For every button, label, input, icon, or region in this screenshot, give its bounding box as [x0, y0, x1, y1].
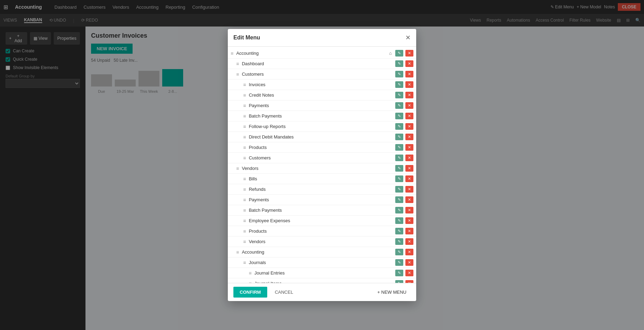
- home-icon-button[interactable]: ⌂: [388, 50, 393, 57]
- menu-item-name: Accounting: [236, 51, 386, 56]
- menu-item-name: Payments: [249, 103, 393, 108]
- delete-item-button[interactable]: ✕: [405, 259, 413, 266]
- edit-item-button[interactable]: ✎: [395, 92, 403, 98]
- drag-handle-icon[interactable]: ≡: [243, 239, 246, 245]
- drag-handle-icon[interactable]: ≡: [236, 249, 239, 255]
- menu-item: ≡Vendors✎✕: [228, 163, 416, 174]
- delete-item-button[interactable]: ✕: [405, 144, 413, 151]
- drag-handle-icon[interactable]: ≡: [236, 61, 239, 67]
- menu-item: ≡Batch Payments✎✕: [228, 205, 416, 216]
- edit-item-button[interactable]: ✎: [395, 144, 403, 151]
- drag-handle-icon[interactable]: ≡: [236, 166, 239, 171]
- menu-item-name: Customers: [242, 72, 393, 77]
- delete-item-button[interactable]: ✕: [405, 134, 413, 140]
- menu-item: ≡Invoices✎✕: [228, 80, 416, 90]
- drag-handle-icon[interactable]: ≡: [243, 260, 246, 265]
- delete-item-button[interactable]: ✕: [405, 102, 413, 109]
- menu-item-name: Dashboard: [242, 61, 393, 66]
- edit-item-button[interactable]: ✎: [395, 249, 403, 255]
- delete-item-button[interactable]: ✕: [405, 71, 413, 77]
- menu-item: ≡Employee Expenses✎✕: [228, 216, 416, 226]
- delete-item-button[interactable]: ✕: [405, 249, 413, 255]
- edit-item-button[interactable]: ✎: [395, 196, 403, 203]
- menu-item-name: Employee Expenses: [249, 218, 393, 223]
- delete-item-button[interactable]: ✕: [405, 60, 413, 67]
- drag-handle-icon[interactable]: ≡: [243, 208, 246, 213]
- drag-handle-icon[interactable]: ≡: [243, 124, 246, 129]
- drag-handle-icon[interactable]: ≡: [243, 218, 246, 224]
- menu-item-name: Bills: [249, 176, 393, 181]
- drag-handle-icon[interactable]: ≡: [243, 176, 246, 182]
- delete-item-button[interactable]: ✕: [405, 113, 413, 119]
- edit-item-button[interactable]: ✎: [395, 155, 403, 161]
- edit-item-button[interactable]: ✎: [395, 217, 403, 224]
- edit-item-button[interactable]: ✎: [395, 113, 403, 119]
- edit-item-button[interactable]: ✎: [395, 102, 403, 109]
- drag-handle-icon[interactable]: ≡: [243, 155, 246, 161]
- menu-item: ≡Journal Items✎✕: [228, 278, 416, 283]
- menu-item-name: Customers: [249, 155, 393, 160]
- edit-item-button[interactable]: ✎: [395, 280, 403, 283]
- menu-item-name: Journal Entries: [254, 270, 393, 276]
- edit-item-button[interactable]: ✎: [395, 186, 403, 193]
- edit-item-button[interactable]: ✎: [395, 134, 403, 140]
- edit-item-button[interactable]: ✎: [395, 175, 403, 182]
- edit-item-button[interactable]: ✎: [395, 50, 403, 57]
- menu-item-name: Vendors: [242, 166, 393, 171]
- delete-item-button[interactable]: ✕: [405, 207, 413, 213]
- edit-item-button[interactable]: ✎: [395, 270, 403, 276]
- drag-handle-icon[interactable]: ≡: [243, 134, 246, 140]
- modal-title: Edit Menu: [233, 35, 260, 41]
- delete-item-button[interactable]: ✕: [405, 280, 413, 283]
- edit-item-button[interactable]: ✎: [395, 165, 403, 172]
- confirm-button[interactable]: CONFIRM: [233, 287, 267, 298]
- new-menu-button[interactable]: + NEW MENU: [373, 287, 411, 298]
- edit-item-button[interactable]: ✎: [395, 259, 403, 266]
- delete-item-button[interactable]: ✕: [405, 238, 413, 245]
- edit-item-button[interactable]: ✎: [395, 81, 403, 88]
- drag-handle-icon[interactable]: ≡: [243, 145, 246, 150]
- drag-handle-icon[interactable]: ≡: [243, 187, 246, 192]
- delete-item-button[interactable]: ✕: [405, 270, 413, 276]
- menu-item: ≡Payments✎✕: [228, 195, 416, 205]
- edit-item-button[interactable]: ✎: [395, 60, 403, 67]
- edit-item-button[interactable]: ✎: [395, 238, 403, 245]
- menu-item: ≡Products✎✕: [228, 142, 416, 153]
- menu-item: ≡Customers✎✕: [228, 69, 416, 80]
- menu-item: ≡Credit Notes✎✕: [228, 90, 416, 100]
- menu-item-name: Payments: [249, 197, 393, 202]
- cancel-button[interactable]: CANCEL: [270, 287, 298, 298]
- drag-handle-icon[interactable]: ≡: [249, 270, 252, 276]
- delete-item-button[interactable]: ✕: [405, 92, 413, 98]
- drag-handle-icon[interactable]: ≡: [243, 92, 246, 98]
- edit-item-button[interactable]: ✎: [395, 123, 403, 130]
- menu-list: ≡Accounting⌂✎✕≡Dashboard✎✕≡Customers✎✕≡I…: [228, 47, 416, 283]
- menu-item-name: Accounting: [242, 249, 393, 255]
- delete-item-button[interactable]: ✕: [405, 155, 413, 161]
- delete-item-button[interactable]: ✕: [405, 50, 413, 57]
- menu-item: ≡Dashboard✎✕: [228, 59, 416, 69]
- delete-item-button[interactable]: ✕: [405, 217, 413, 224]
- modal-close-button[interactable]: ✕: [405, 34, 411, 42]
- edit-item-button[interactable]: ✎: [395, 71, 403, 77]
- delete-item-button[interactable]: ✕: [405, 228, 413, 234]
- edit-item-button[interactable]: ✎: [395, 228, 403, 234]
- menu-item-name: Follow-up Reports: [249, 124, 393, 129]
- delete-item-button[interactable]: ✕: [405, 175, 413, 182]
- delete-item-button[interactable]: ✕: [405, 186, 413, 193]
- drag-handle-icon[interactable]: ≡: [243, 113, 246, 119]
- edit-item-button[interactable]: ✎: [395, 207, 403, 213]
- drag-handle-icon[interactable]: ≡: [231, 51, 233, 56]
- delete-item-button[interactable]: ✕: [405, 81, 413, 88]
- drag-handle-icon[interactable]: ≡: [243, 228, 246, 234]
- menu-item: ≡Vendors✎✕: [228, 237, 416, 247]
- delete-item-button[interactable]: ✕: [405, 196, 413, 203]
- drag-handle-icon[interactable]: ≡: [243, 103, 246, 108]
- drag-handle-icon[interactable]: ≡: [243, 82, 246, 88]
- menu-item: ≡Payments✎✕: [228, 100, 416, 111]
- delete-item-button[interactable]: ✕: [405, 165, 413, 172]
- drag-handle-icon[interactable]: ≡: [236, 72, 239, 77]
- modal-overlay: Edit Menu ✕ ≡Accounting⌂✎✕≡Dashboard✎✕≡C…: [0, 0, 644, 330]
- drag-handle-icon[interactable]: ≡: [243, 197, 246, 203]
- delete-item-button[interactable]: ✕: [405, 123, 413, 130]
